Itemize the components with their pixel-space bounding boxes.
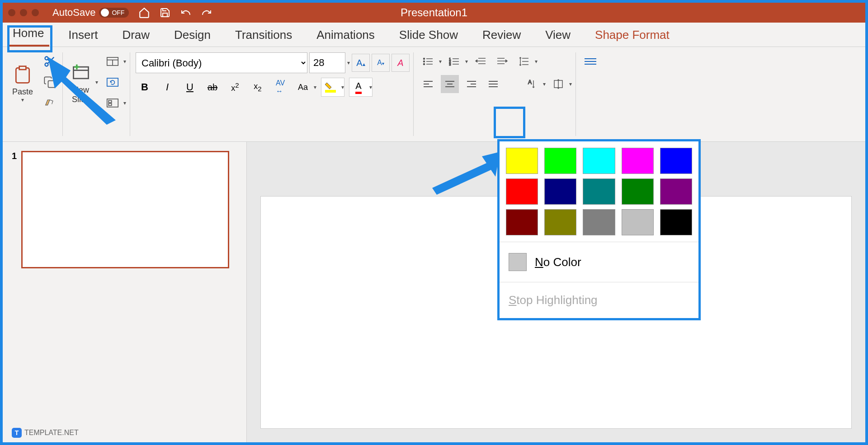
titlebar: AutoSave OFF Presentation1 [3,3,865,23]
color-swatch[interactable] [583,209,615,235]
numbering-button[interactable]: 123 [445,52,463,70]
quick-access [138,6,213,19]
font-size-input[interactable] [309,52,345,73]
undo-icon[interactable] [179,6,192,19]
align-text-dropdown-icon[interactable]: ▾ [569,81,572,87]
change-case-button[interactable]: Aa [294,78,312,96]
color-swatch[interactable] [583,178,615,205]
highlight-color-dropdown: No Color Stop Highlighting [497,139,701,320]
color-swatch-grid [506,148,692,235]
tab-animations[interactable]: Animations [311,23,380,47]
numbering-dropdown-icon[interactable]: ▾ [465,58,468,65]
color-swatch[interactable] [506,178,538,205]
svg-marker-58 [432,152,500,195]
strikethrough-button[interactable]: ab [203,78,222,96]
color-swatch[interactable] [544,209,576,235]
maximize-window[interactable] [32,9,39,16]
change-case-dropdown-icon[interactable]: ▾ [314,84,316,90]
highlight-color-button[interactable] [321,78,340,96]
tab-design[interactable]: Design [169,23,216,47]
highlight-dropdown-icon[interactable]: ▾ [341,84,344,90]
watermark: T TEMPLATE.NET [12,428,79,438]
color-swatch[interactable] [622,148,654,174]
font-size-dropdown-icon[interactable]: ▾ [347,60,350,66]
minimize-window[interactable] [20,9,27,16]
ribbon: Paste ▾ New Slide [3,47,865,142]
more-options-button[interactable] [581,52,599,70]
subscript-button[interactable]: x2 [249,78,267,96]
svg-rect-0 [19,66,26,69]
color-swatch[interactable] [660,209,692,235]
svg-point-21 [424,61,425,62]
color-swatch[interactable] [506,209,538,235]
tab-home[interactable]: Home [7,22,49,47]
thumbnail-number: 1 [12,151,17,268]
tab-draw[interactable]: Draw [117,23,155,47]
line-spacing-button[interactable] [515,52,533,70]
home-icon[interactable] [138,6,151,19]
thumbnail-item[interactable]: 1 [12,151,237,268]
svg-text:3: 3 [449,62,451,66]
decrease-font-button[interactable]: A▾ [372,54,390,72]
bullets-button[interactable] [419,52,437,70]
paragraph-group: ▾ 123▾ ▾ A▾ ▾ [415,52,576,136]
annotation-arrow-2 [428,152,509,199]
color-swatch[interactable] [506,148,538,174]
watermark-icon: T [12,428,22,438]
paste-label: Paste [12,87,33,97]
decrease-indent-button[interactable] [472,52,490,70]
watermark-text: TEMPLATE.NET [24,429,79,437]
increase-indent-button[interactable] [493,52,511,70]
bullets-dropdown-icon[interactable]: ▾ [439,58,442,65]
align-center-button[interactable] [441,75,459,93]
bold-button[interactable]: B [136,78,154,96]
superscript-button[interactable]: x2 [226,78,244,96]
document-title: Presentation1 [401,6,467,19]
overflow-group [578,52,603,136]
redo-icon[interactable] [200,6,213,19]
no-color-swatch-icon [509,253,527,271]
autosave[interactable]: AutoSave OFF [52,7,129,19]
autosave-label: AutoSave [52,7,95,19]
font-color-button[interactable]: A [349,78,368,96]
underline-button[interactable]: U [181,78,199,96]
paste-button[interactable] [10,62,35,87]
color-swatch[interactable] [544,148,576,174]
text-direction-button[interactable]: A [523,75,541,93]
increase-font-button[interactable]: A▴ [352,54,370,72]
align-left-button[interactable] [419,75,437,93]
close-window[interactable] [8,9,15,16]
char-spacing-button[interactable]: AV↔ [271,78,289,96]
tab-bar: Home Insert Draw Design Transitions Anim… [3,23,865,47]
tab-view[interactable]: View [540,23,576,47]
color-swatch[interactable] [660,178,692,205]
tab-slideshow[interactable]: Slide Show [394,23,463,47]
font-name-select[interactable]: Calibri (Body) [136,52,307,73]
tab-transitions[interactable]: Transitions [230,23,297,47]
clear-formatting-button[interactable]: A [392,54,410,72]
font-color-dropdown-icon[interactable]: ▾ [369,84,372,90]
color-swatch[interactable] [544,178,576,205]
italic-button[interactable]: I [158,78,176,96]
align-text-button[interactable] [549,75,567,93]
toggle-knob [101,9,109,17]
paste-dropdown-icon[interactable]: ▾ [21,97,24,103]
tab-review[interactable]: Review [477,23,526,47]
stop-highlighting-option: Stop Highlighting [506,289,692,312]
thumbnail-preview[interactable] [21,151,229,268]
color-swatch[interactable] [622,178,654,205]
text-direction-dropdown-icon[interactable]: ▾ [543,81,546,87]
tab-shape-format[interactable]: Shape Format [590,23,675,47]
autosave-toggle[interactable]: OFF [99,8,129,18]
tab-insert[interactable]: Insert [63,23,103,47]
color-swatch[interactable] [660,148,692,174]
justify-button[interactable] [484,75,502,93]
thumbnail-panel: 1 [3,142,247,442]
save-icon[interactable] [159,6,171,19]
color-swatch[interactable] [583,148,615,174]
color-swatch[interactable] [622,209,654,235]
line-spacing-dropdown-icon[interactable]: ▾ [535,58,538,65]
align-right-button[interactable] [462,75,481,93]
window-controls [8,9,39,16]
no-color-option[interactable]: No Color [506,248,692,276]
